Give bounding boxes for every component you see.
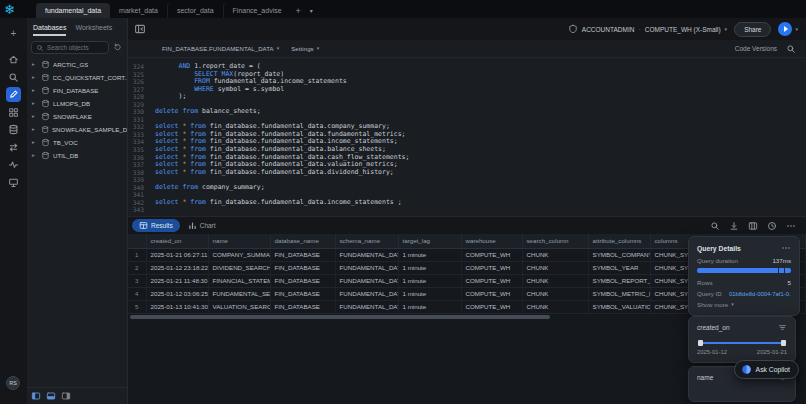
object-search-box[interactable] [31,41,109,54]
rail-item-home[interactable] [6,52,21,67]
result-cell: 1 minute [398,300,461,313]
worksheet-tab[interactable]: Finance_advise [223,3,291,18]
database-tree-item[interactable]: ▸SNOWFLAKE_SAMPLE_D... [27,123,127,136]
database-tree-item[interactable]: ▸TB_VOC [27,136,127,149]
copilot-icon [741,364,752,375]
query-id-link[interactable]: 01b8de8d-0004-7af1-0... [729,291,791,297]
show-more-button[interactable]: Show more ▾ [697,301,791,308]
result-cell: 1 minute [398,261,461,274]
query-details-menu-button[interactable] [781,243,791,253]
worksheet-tabs-menu-button[interactable]: ▾ [306,3,317,18]
column-header-name[interactable]: name [208,234,270,248]
columns-icon[interactable] [748,221,758,231]
rail-item-marketplace[interactable] [6,140,21,155]
tab-worksheets[interactable]: Worksheets [75,24,112,36]
rail-item-data[interactable] [6,122,21,137]
search-icon[interactable] [710,221,720,231]
expand-caret-icon[interactable]: ▸ [32,71,38,84]
run-options-button[interactable]: ▾ [795,27,798,32]
rail-item-worksheets[interactable] [6,87,21,102]
expand-caret-icon[interactable]: ▸ [32,110,38,123]
database-tree-item[interactable]: ▸UTIL_DB [27,149,127,162]
expand-caret-icon[interactable]: ▸ [32,97,38,110]
sql-code[interactable]: AND 1.report_date = ( SELECT MAX(report_… [148,58,806,216]
result-cell: FIN_DATABASE [270,261,335,274]
sidebar-tabs: Databases Worksheets [27,18,127,36]
rail-item-dashboards[interactable] [6,105,21,120]
settings-label: Settings [291,46,313,52]
rail-add-button[interactable]: + [11,28,17,40]
column-header-created_on[interactable]: created_on [146,234,208,248]
result-cell: CHUNK [522,274,588,287]
search-objects-input[interactable] [47,44,104,51]
worksheet-tab[interactable]: fundamental_data [36,3,110,18]
tab-databases[interactable]: Databases [33,24,66,36]
download-icon[interactable] [729,221,739,231]
rail-nav [6,52,21,192]
expand-caret-icon[interactable]: ▸ [32,84,38,97]
slider-handle-min[interactable] [698,340,703,346]
share-button[interactable]: Share [734,22,771,37]
database-tree-item[interactable]: ▸LLMOPS_DB [27,97,127,110]
snowflake-logo-icon[interactable]: ❄ [4,2,15,18]
column-header-warehouse[interactable]: warehouse [461,234,522,248]
database-tree-item[interactable]: ▸CC_QUICKSTART_CORT... [27,71,127,84]
column-header-database_name[interactable]: database_name [270,234,335,248]
database-name: SNOWFLAKE [53,113,92,120]
name-filter-title: name [697,374,713,381]
results-tab-button[interactable]: Results [132,219,180,232]
settings-menu[interactable]: Settings ▾ [291,46,319,52]
column-header-schema_name[interactable]: schema_name [335,234,398,248]
database-icon [41,73,50,82]
horizontal-scrollbar[interactable] [130,315,550,319]
expand-caret-icon[interactable]: ▸ [32,149,38,162]
toggle-right-panel-button[interactable] [61,391,71,401]
result-cell: 2025-01-21 06:27:11 [146,248,208,261]
column-header-search_column[interactable]: search_column [522,234,588,248]
result-cell: FUNDAMENTAL_SEAR... [208,287,270,300]
database-icon [41,151,50,160]
created-on-range-slider[interactable] [699,340,785,346]
result-cell: DIVIDEND_SEARCH_SE... [208,261,270,274]
database-tree-item[interactable]: ▸ARCTIC_GS [27,58,127,71]
refresh-objects-button[interactable] [113,43,122,52]
kebab-icon[interactable] [786,221,796,231]
database-icon [41,112,50,121]
slider-track[interactable] [699,342,785,344]
clock-icon[interactable] [767,221,777,231]
chart-tab-button[interactable]: Chart [188,221,216,230]
expand-caret-icon[interactable]: ▸ [32,58,38,71]
collapse-sidebar-button[interactable] [134,23,146,35]
result-cell: FIN_DATABASE [270,287,335,300]
toggle-left-panel-button[interactable] [31,391,41,401]
worksheet-tab[interactable]: sector_data [167,3,223,18]
new-worksheet-button[interactable]: + [291,3,306,18]
result-cell: CHUNK [522,261,588,274]
run-button[interactable] [778,22,792,36]
column-header-target_lag[interactable]: target_lag [398,234,461,248]
database-tree-item[interactable]: ▸FIN_DATABASE [27,84,127,97]
expand-caret-icon[interactable]: ▸ [32,123,38,136]
rail-item-search[interactable] [6,70,21,85]
table-icon [139,221,148,230]
role-warehouse-selector[interactable]: ACCOUNTADMIN · COMPUTE_WH (X-Small) ▾ [568,24,727,34]
ask-copilot-button[interactable]: Ask Copilot [734,360,799,379]
rail-item-admin[interactable] [6,175,21,190]
database-name: FIN_DATABASE [53,87,99,94]
code-versions-button[interactable]: Code Versions [735,45,777,52]
worksheet-context-selector[interactable]: FIN_DATABASE.FUNDAMENTAL_DATA ▾ [162,46,279,52]
expand-caret-icon[interactable]: ▸ [32,136,38,149]
database-tree-item[interactable]: ▸SNOWFLAKE [27,110,127,123]
slider-handle-max[interactable] [781,340,786,346]
result-cell: COMPUTE_WH [461,287,522,300]
column-header-attribute_columns[interactable]: attribute_columns [588,234,650,248]
sql-editor[interactable]: 3243253263273283293303313323333343353363… [128,58,806,216]
rail-item-activity[interactable] [6,157,21,172]
edit-icon [8,89,19,100]
toggle-bottom-panel-button[interactable] [46,391,56,401]
created-on-filter-options-button[interactable] [778,323,787,332]
result-cell: SYMBOL_REPORT_DAT... [588,274,650,287]
user-avatar[interactable]: RS [6,376,20,390]
worksheet-tab[interactable]: market_data [110,3,167,18]
editor-search-button[interactable] [786,44,796,54]
